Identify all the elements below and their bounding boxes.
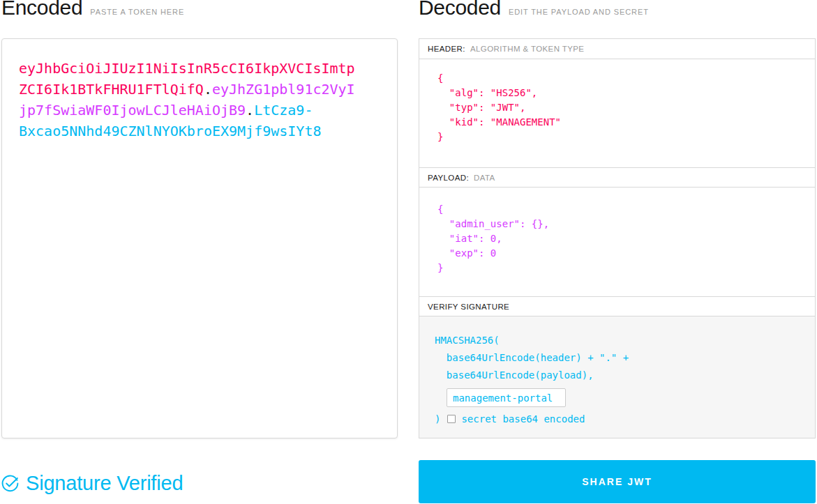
payload-section-sublabel: DATA [474, 174, 495, 182]
check-circle-icon [1, 474, 20, 493]
verify-section-label-row: VERIFY SIGNATURE [419, 297, 815, 316]
header-section-label-row: HEADER: ALGORITHM & TOKEN TYPE [419, 39, 815, 59]
encoded-subtitle: PASTE A TOKEN HERE [90, 8, 184, 16]
signature-status: Signature Verified [1, 473, 183, 494]
header-section-sublabel: ALGORITHM & TOKEN TYPE [470, 45, 584, 53]
token-dot-1: . [204, 81, 212, 98]
verify-signature-section: HMACSHA256( base64UrlEncode(header) + ".… [419, 316, 815, 438]
encoded-title-row: Encoded PASTE A TOKEN HERE [1, 0, 184, 20]
header-json-editor[interactable]: { "alg": "HS256", "typ": "JWT", "kid": "… [419, 59, 815, 168]
encoded-token-editor[interactable]: eyJhbGciOiJIUzI1NiIsInR5cCI6IkpXVCIsImtp… [1, 38, 398, 438]
decoded-title-row: Decoded EDIT THE PAYLOAD AND SECRET [419, 0, 649, 20]
payload-json-editor[interactable]: { "admin_user": {}, "iat": 0, "exp": 0 } [419, 188, 815, 297]
verify-code-lines: HMACSHA256( base64UrlEncode(header) + ".… [419, 316, 815, 384]
decoded-panel: HEADER: ALGORITHM & TOKEN TYPE { "alg": … [419, 38, 816, 438]
secret-input[interactable] [447, 388, 566, 407]
verify-section-label: VERIFY SIGNATURE [428, 303, 509, 311]
payload-section-label-row: PAYLOAD: DATA [419, 168, 815, 188]
decoded-title: Decoded [419, 0, 501, 20]
secret-base64-label[interactable]: secret base64 encoded [461, 413, 585, 425]
secret-base64-row: ) secret base64 encoded [435, 413, 815, 425]
header-section-label: HEADER: [428, 45, 465, 53]
share-jwt-button[interactable]: SHARE JWT [419, 460, 816, 503]
signature-status-text: Signature Verified [26, 473, 183, 494]
secret-base64-checkbox[interactable] [447, 415, 456, 423]
payload-section-label: PAYLOAD: [428, 174, 469, 182]
decoded-subtitle: EDIT THE PAYLOAD AND SECRET [509, 8, 649, 16]
encoded-title: Encoded [1, 0, 82, 20]
close-paren: ) [435, 413, 440, 425]
token-dot-2: . [246, 102, 254, 119]
